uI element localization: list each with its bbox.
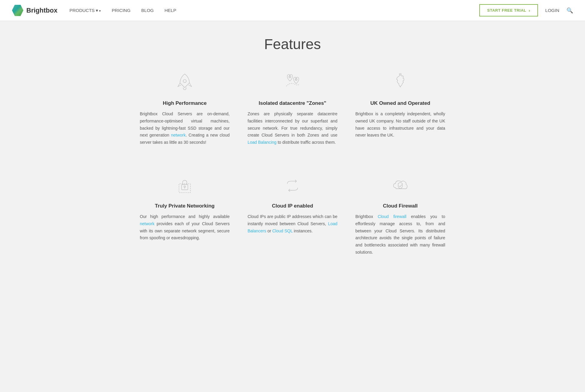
firewall-icon [388,173,412,197]
feature-high-performance: High Performance Brightbox Cloud Servers… [140,70,230,146]
logo-icon [12,5,23,16]
feature-cloud-ip: Cloud IP enabled Cloud IPs are public IP… [248,173,337,256]
feature-desc-uk-owned: Brightbox is a completely independent, w… [355,111,445,139]
svg-text:B: B [295,78,297,81]
feature-uk-owned: UK Owned and Operated Brightbox is a com… [355,70,445,146]
svg-point-7 [184,186,185,187]
page-title: Features [0,36,585,52]
nav-blog[interactable]: BLOG [141,8,154,13]
feature-title-isolated-zones: Isolated datacentre "Zones" [259,100,326,106]
load-balancers-link[interactable]: Load Balancers [248,221,337,233]
trial-label: START FREE TRIAL [487,8,526,13]
network-link-1[interactable]: network [171,133,186,137]
uk-icon [388,70,412,94]
feature-desc-high-performance: Brightbox Cloud Servers are on-demand, p… [140,111,230,146]
svg-text:A: A [289,76,291,78]
logo[interactable]: Brightbox [12,5,57,16]
nav-pricing[interactable]: PRICING [112,8,131,13]
feature-cloud-firewall: Cloud Firewall Brightbox Cloud firewall … [355,173,445,256]
nav-right: START FREE TRIAL › LOGIN 🔍 [479,4,573,16]
feature-title-cloud-firewall: Cloud Firewall [383,203,418,209]
feature-private-networking: Truly Private Networking Our high perfor… [140,173,230,256]
nav-left: Brightbox PRODUCTS ▾ PRICING BLOG HELP [12,5,176,16]
nav-links: PRODUCTS ▾ PRICING BLOG HELP [69,8,176,13]
feature-desc-private-networking: Our high performance and highly availabl… [140,213,230,242]
main-content: Features High Performance [0,21,585,392]
cloud-sql-link[interactable]: Cloud SQL [272,228,293,233]
search-icon[interactable]: 🔍 [566,7,573,14]
svg-point-0 [183,79,187,83]
cloud-firewall-link[interactable]: Cloud firewall [378,214,407,219]
login-link[interactable]: LOGIN [545,8,559,13]
feature-desc-cloud-ip: Cloud IPs are public IP addresses which … [248,213,337,234]
feature-isolated-zones: A B Isolated datacentre "Zones" Zones ar… [248,70,337,146]
start-trial-button[interactable]: START FREE TRIAL › [479,4,538,16]
features-grid: High Performance Brightbox Cloud Servers… [128,70,457,256]
feature-title-high-performance: High Performance [163,100,207,106]
feature-title-cloud-ip: Cloud IP enabled [272,203,313,209]
trial-arrow-icon: › [529,8,531,13]
rocket-icon [173,70,197,94]
navbar: Brightbox PRODUCTS ▾ PRICING BLOG HELP S… [0,0,585,21]
feature-title-private-networking: Truly Private Networking [155,203,214,209]
nav-help[interactable]: HELP [165,8,176,13]
network-link-2[interactable]: network [140,221,154,226]
load-balancing-link-1[interactable]: Load Balancing [248,140,277,145]
feature-title-uk-owned: UK Owned and Operated [370,100,430,106]
feature-desc-cloud-firewall: Brightbox Cloud firewall enables you to … [355,213,445,256]
feature-desc-isolated-zones: Zones are physically separate datacentre… [248,111,337,146]
logo-text: Brightbox [26,7,57,14]
zones-icon: A B [281,70,304,94]
lock-icon [173,173,197,197]
svg-rect-6 [182,184,188,190]
nav-products[interactable]: PRODUCTS ▾ [69,8,101,13]
cloudip-icon [281,173,304,197]
